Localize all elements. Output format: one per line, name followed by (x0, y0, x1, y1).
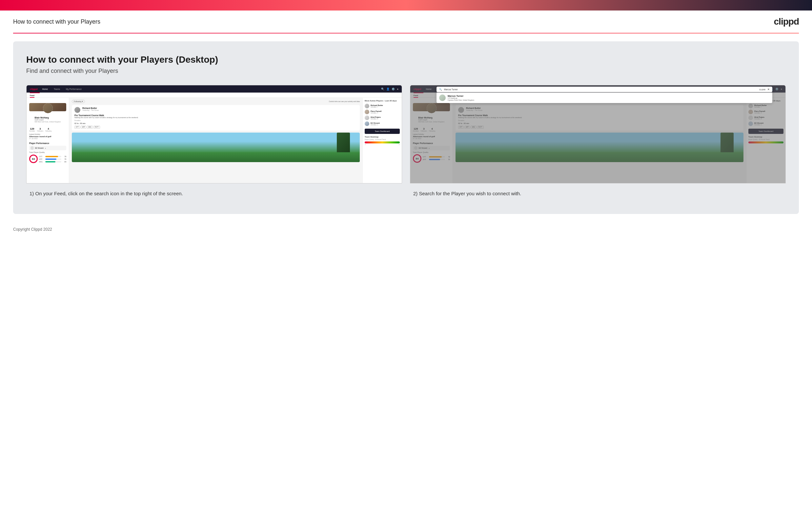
header-divider (13, 33, 799, 34)
mini-player-row-2: Piers Parnell Activities: 4 (365, 109, 400, 115)
screenshot-block-2: clippd Home Teams My Performance 🔍 👤 ⚙️ … (410, 85, 786, 204)
copyright: Copyright Clippd 2022 (13, 227, 52, 232)
mini-nav-performance: My Performance (64, 87, 83, 91)
footer: Copyright Clippd 2022 (0, 222, 812, 237)
mini-team-dash-btn: Team Dashboard (365, 129, 400, 134)
mini-search-icon: 🔍 (439, 88, 442, 91)
mini-left-panel: Blair McHarg Golf Coach Mill Ride Golf C… (27, 98, 69, 183)
mini-right-panel: Most Active Players - Last 30 days Richa… (363, 98, 402, 183)
mini-quality-label: Total Player Quality (29, 151, 66, 153)
mini-search-bar: 🔍 Marcus Turner CLEAR ✕ (436, 87, 772, 92)
mini-following-btn: Following ▾ (72, 100, 85, 103)
feed-tab: Feed (30, 94, 35, 98)
mini-bars: OTT 79 APP 70 (39, 156, 66, 163)
caption-1: 1) On your Feed, click on the search ico… (26, 183, 402, 204)
main-subtitle: Find and connect with your Players (26, 68, 786, 75)
caption-2: 2) Search for the Player you wish to con… (410, 183, 786, 204)
page-title: How to connect with your Players (13, 18, 100, 25)
mini-golf-image (72, 133, 360, 162)
logo: clippd (774, 16, 799, 27)
main-title: How to connect with your Players (Deskto… (26, 54, 786, 65)
avatar-icon: ● (397, 88, 398, 91)
mini-nav-home: Home (41, 87, 49, 91)
screenshot-block-1: clippd Home Teams My Performance 🔍 👤 ⚙️ … (26, 85, 402, 204)
settings-icon: ⚙️ (392, 88, 395, 91)
mini-player-select: Eli Vincent ▾ (29, 146, 66, 150)
mini-heatmap-bar (365, 141, 400, 143)
person-icon: 👤 (386, 88, 390, 91)
main-content: How to connect with your Players (Deskto… (13, 41, 799, 214)
mini-player-row-4: Eli Vincent Activities: 1 (365, 121, 400, 127)
mini-quality-circle: 84 (29, 155, 38, 163)
mini-nav-1: clippd Home Teams My Performance 🔍 👤 ⚙️ … (27, 85, 402, 92)
screenshots-row: clippd Home Teams My Performance 🔍 👤 ⚙️ … (26, 85, 786, 204)
mini-latest: Latest Activity Afternoon round of golf … (29, 133, 66, 139)
mini-center-feed: Following ▾ Control who can see your act… (69, 98, 363, 183)
screenshot-2: clippd Home Teams My Performance 🔍 👤 ⚙️ … (410, 85, 786, 183)
mini-nav-teams: Teams (52, 87, 61, 91)
mini-stats: 129 Activities 3 Followers 4 Following (29, 127, 66, 132)
mini-search-query: Marcus Turner (444, 88, 757, 91)
mini-nav-icons: 🔍 👤 ⚙️ ● (381, 88, 398, 91)
search-icon: 🔍 (381, 88, 384, 91)
mini-clear-btn: CLEAR (759, 89, 765, 91)
top-bar (0, 0, 812, 10)
mini-close-btn: ✕ (767, 88, 770, 91)
mini-player-row-3: Hiral Pujara Activities: 3 (365, 115, 400, 121)
header: How to connect with your Players clippd (0, 10, 812, 33)
mini-player-row-1: Richard Butler Activities: 7 (365, 103, 400, 109)
mini-search-result: Marcus Turner 1.5 Handicap Cypress Point… (436, 92, 772, 103)
screenshot-1: clippd Home Teams My Performance 🔍 👤 ⚙️ … (26, 85, 402, 183)
mini-activity-card: Richard Butler Yesterday - The Grove Pre… (72, 105, 360, 131)
mini-logo: clippd (30, 88, 38, 91)
mini-player-perf-title: Player Performance (29, 142, 66, 144)
